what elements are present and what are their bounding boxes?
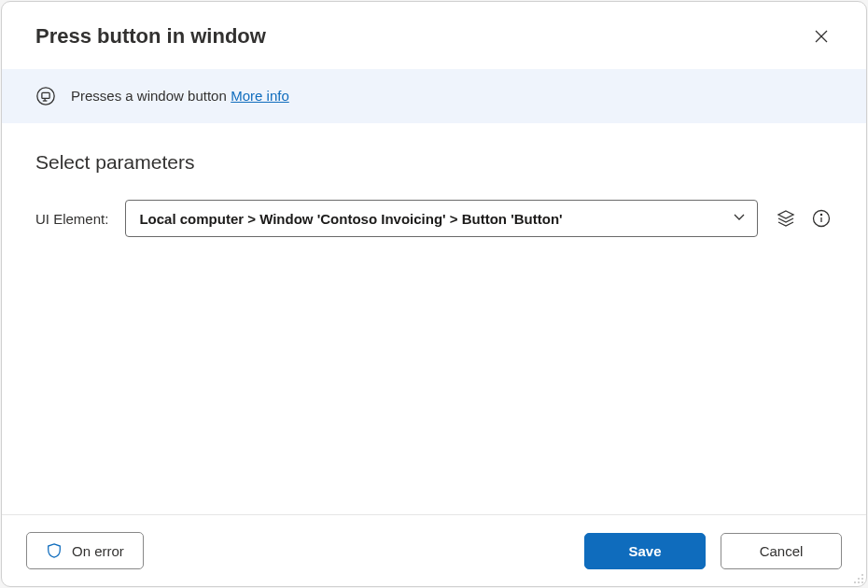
svg-point-2: [37, 88, 54, 105]
action-icon: [35, 86, 56, 106]
save-button[interactable]: Save: [584, 533, 706, 569]
info-icon: [812, 209, 831, 228]
dialog-window: Press button in window Presses a window …: [1, 1, 867, 587]
dialog-title: Press button in window: [35, 24, 266, 49]
cancel-button[interactable]: Cancel: [721, 533, 842, 569]
ui-element-row: UI Element: Local computer > Window 'Con…: [35, 200, 833, 237]
more-info-link[interactable]: More info: [231, 88, 289, 104]
on-error-label: On error: [72, 543, 124, 559]
dialog-header: Press button in window: [2, 2, 866, 69]
ui-element-picker-button[interactable]: [775, 207, 797, 230]
svg-marker-6: [778, 211, 793, 218]
info-banner: Presses a window button More info: [2, 69, 866, 123]
shield-icon: [46, 542, 63, 559]
ui-element-side-actions: [775, 207, 833, 230]
on-error-button[interactable]: On error: [26, 532, 144, 569]
banner-description: Presses a window button: [71, 88, 227, 104]
layers-icon: [777, 209, 795, 228]
ui-element-dropdown[interactable]: Local computer > Window 'Contoso Invoici…: [125, 200, 758, 237]
section-title: Select parameters: [35, 151, 833, 174]
banner-text-wrap: Presses a window button More info: [71, 88, 289, 105]
ui-element-label: UI Element:: [35, 211, 108, 227]
svg-rect-3: [42, 92, 49, 98]
ui-element-value: Local computer > Window 'Contoso Invoici…: [139, 211, 562, 227]
footer-actions: Save Cancel: [584, 533, 842, 569]
dialog-footer: On error Save Cancel: [2, 514, 866, 586]
chevron-down-icon: [733, 210, 746, 227]
close-icon: [814, 29, 829, 44]
parameters-section: Select parameters UI Element: Local comp…: [2, 123, 866, 514]
ui-element-info-button[interactable]: [810, 207, 833, 230]
close-button[interactable]: [810, 25, 833, 48]
svg-point-9: [820, 214, 821, 215]
